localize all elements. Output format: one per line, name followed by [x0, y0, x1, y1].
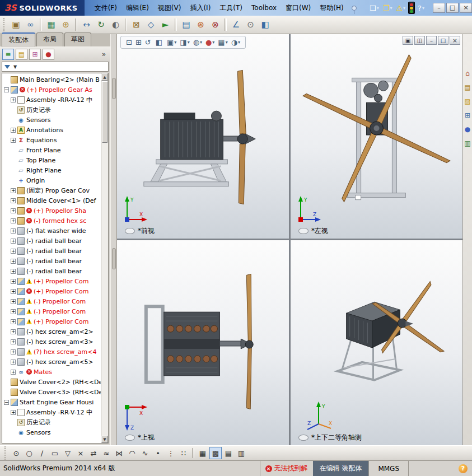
- tree-expander[interactable]: +: [11, 239, 16, 244]
- view-origin-icon[interactable]: [298, 228, 309, 234]
- menu-item[interactable]: 帮助(H): [315, 2, 348, 15]
- apply-scene-icon[interactable]: ▦▾: [217, 37, 228, 48]
- mate-icon[interactable]: ∞: [24, 18, 38, 32]
- tree-expander[interactable]: +: [11, 198, 16, 203]
- toolbar-grip[interactable]: [4, 446, 7, 460]
- tree-item[interactable]: +!(?) hex screw_am<4: [2, 347, 101, 357]
- tree-item[interactable]: ◉Sensors: [2, 115, 101, 125]
- custom-properties-icon[interactable]: ▥: [464, 139, 472, 147]
- propertymanager-icon[interactable]: ▤: [16, 49, 27, 60]
- tree-item[interactable]: +(-) hex screw_am<2>: [2, 326, 101, 337]
- dropdown-arrow-icon[interactable]: ▾: [238, 40, 240, 45]
- dropdown-arrow-icon[interactable]: ▾: [390, 6, 392, 11]
- tab-sketch[interactable]: 草图: [64, 32, 91, 46]
- tree-item[interactable]: +×(-) formed hex sc: [2, 216, 101, 226]
- tree-expander[interactable]: +: [11, 269, 16, 274]
- tree-item[interactable]: ▱Right Plane: [2, 165, 101, 175]
- menu-item[interactable]: 编辑(E): [121, 2, 153, 15]
- filter-dropdown-arrow-icon[interactable]: ▼: [13, 64, 17, 69]
- exploded-view-icon[interactable]: ⊛: [194, 18, 208, 32]
- tree-item[interactable]: +(-) radial ball bear: [2, 246, 101, 256]
- view-origin-icon[interactable]: [298, 435, 309, 441]
- shaded-sketch-contours-icon[interactable]: ▩: [209, 447, 222, 459]
- dropdown-arrow-icon[interactable]: ▾: [212, 40, 214, 45]
- split-view-icon[interactable]: ◫: [414, 36, 425, 45]
- tree-expander[interactable]: +: [11, 138, 16, 143]
- tree-expander[interactable]: +: [11, 208, 16, 213]
- units-indicator[interactable]: MMGS: [368, 461, 408, 476]
- tree-item[interactable]: −×(+) Propellor Gear As: [2, 85, 101, 95]
- scroll-track[interactable]: [101, 143, 108, 436]
- toolbar-grip[interactable]: [3, 18, 6, 31]
- quick-tips-icon[interactable]: ?: [459, 464, 468, 473]
- tree-expander[interactable]: +: [11, 228, 16, 234]
- displaymanager-icon[interactable]: ●: [43, 49, 54, 60]
- tree-item[interactable]: +!(+) Propellor Com: [2, 316, 101, 326]
- menu-item[interactable]: Toolbox: [247, 2, 281, 13]
- tab-assembly[interactable]: 装配体: [2, 32, 35, 47]
- design-library-icon[interactable]: ▤: [464, 83, 472, 91]
- tree-item[interactable]: +(-) radial ball bear: [2, 266, 101, 276]
- tree-item[interactable]: +∞×Mates: [2, 367, 101, 377]
- edit-appearance-icon[interactable]: ●▾: [204, 37, 216, 48]
- minimize-document-icon[interactable]: –: [426, 36, 437, 45]
- tree-item[interactable]: ◉Sensors: [2, 427, 101, 437]
- menu-item[interactable]: 插入(I): [185, 2, 215, 15]
- help-icon[interactable]: ?▾: [417, 2, 426, 13]
- reference-geometry-icon[interactable]: ◇: [144, 18, 158, 32]
- polygon-icon[interactable]: ▽: [62, 447, 74, 459]
- tree-item[interactable]: +ΣEquations: [2, 135, 101, 145]
- menu-item[interactable]: 窗口(W): [281, 2, 315, 15]
- fillet-icon[interactable]: ◠: [126, 447, 138, 459]
- tree-expander[interactable]: +: [11, 360, 16, 365]
- move-component-icon[interactable]: ↔: [80, 18, 94, 32]
- panel-splitter-handle[interactable]: [112, 248, 116, 269]
- rebuild-traffic-light-icon[interactable]: [408, 2, 415, 14]
- hide-show-items-icon[interactable]: ◍▾: [192, 37, 203, 48]
- section-view-icon[interactable]: ◧: [155, 37, 163, 48]
- tree-item[interactable]: +AAnnotations: [2, 125, 101, 135]
- tree-item[interactable]: ▱Top Plane: [2, 155, 101, 165]
- sketch-pattern-icon[interactable]: ∷: [177, 447, 190, 459]
- section-properties-icon[interactable]: ◧: [258, 18, 272, 32]
- open-document-icon[interactable]: ❐▾: [382, 2, 394, 13]
- tree-expander[interactable]: −: [4, 400, 9, 405]
- dropdown-arrow-icon[interactable]: ▾: [377, 6, 379, 11]
- mirror-entities-icon[interactable]: ⋈: [113, 447, 125, 459]
- tables-icon[interactable]: ▥: [235, 447, 247, 459]
- tree-item[interactable]: +×(+) Propellor Com: [2, 286, 101, 296]
- measure-icon[interactable]: ∠: [229, 18, 243, 32]
- manager-overflow-chevron[interactable]: »: [100, 50, 108, 58]
- tree-expander[interactable]: +: [11, 329, 16, 334]
- rebuild-alert-icon[interactable]: ⚠▾: [395, 2, 406, 13]
- new-motion-study-icon[interactable]: ►: [158, 18, 172, 32]
- rapid-sketch-icon[interactable]: ▦: [197, 447, 209, 459]
- tree-item[interactable]: +(-) radial ball bear: [2, 236, 101, 246]
- tree-item[interactable]: +Assembly -RR-V-12 中: [2, 95, 101, 105]
- menu-item[interactable]: 文件(F): [90, 2, 121, 15]
- minimize-window-icon[interactable]: –: [433, 3, 445, 13]
- menu-item[interactable]: 视图(V): [153, 2, 186, 15]
- solve-error-badge[interactable]: × 无法找到解: [260, 461, 313, 476]
- convert-entities-icon[interactable]: ⇄: [87, 447, 100, 459]
- pin-view-icon[interactable]: ▣: [403, 36, 413, 45]
- tree-item[interactable]: ↺历史记录: [2, 105, 101, 115]
- file-explorer-icon[interactable]: ▨: [464, 97, 472, 105]
- tree-expander[interactable]: +: [11, 319, 16, 324]
- tree-item[interactable]: −Start Engine Gear Housi: [2, 397, 101, 407]
- tree-item[interactable]: +(-) hex screw_am<5>: [2, 357, 101, 367]
- scroll-thumb[interactable]: [102, 81, 108, 143]
- tree-item[interactable]: +Middle Cover<1> (Def: [2, 195, 101, 206]
- tree-item[interactable]: +Origin: [2, 175, 101, 185]
- tree-expander[interactable]: +: [11, 249, 16, 254]
- instant2d-icon[interactable]: ▤: [222, 447, 235, 459]
- tree-expander[interactable]: +: [11, 218, 16, 223]
- featuremanager-tree-icon[interactable]: ≡: [2, 49, 14, 60]
- configurationmanager-icon[interactable]: ⊞: [29, 49, 41, 60]
- insert-components-icon[interactable]: ▣: [9, 18, 23, 32]
- smart-fasteners-icon[interactable]: ⊕: [59, 18, 73, 32]
- pushpin-icon[interactable]: [352, 6, 357, 11]
- tree-expander[interactable]: +: [11, 289, 16, 294]
- viewport-top[interactable]: Z X *上视: [117, 240, 289, 445]
- tree-expander[interactable]: +: [11, 349, 16, 354]
